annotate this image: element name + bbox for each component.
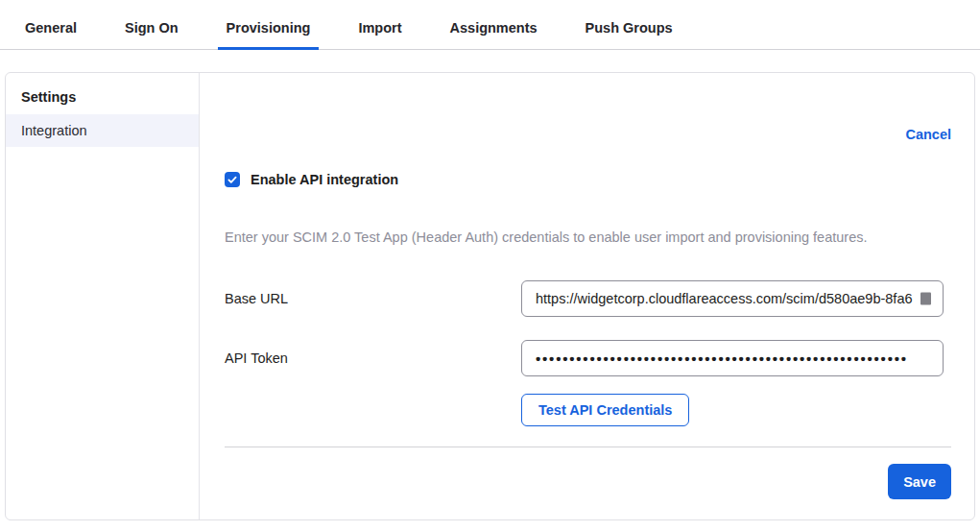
save-button[interactable]: Save xyxy=(888,464,951,499)
app-tab-bar: General Sign On Provisioning Import Assi… xyxy=(0,0,980,50)
cancel-link[interactable]: Cancel xyxy=(905,127,951,142)
tab-provisioning[interactable]: Provisioning xyxy=(218,20,320,49)
tab-general[interactable]: General xyxy=(16,20,85,49)
base-url-input-wrap xyxy=(521,280,944,317)
enable-api-row: Enable API integration xyxy=(225,172,951,187)
tab-push-groups[interactable]: Push Groups xyxy=(577,20,681,49)
footer-divider xyxy=(225,447,951,447)
test-credentials-row: Test API Credentials xyxy=(225,394,951,426)
base-url-label: Base URL xyxy=(225,291,521,306)
api-token-row: API Token xyxy=(225,340,951,376)
sidebar-item-integration[interactable]: Integration xyxy=(6,114,199,147)
api-token-label: API Token xyxy=(225,350,521,366)
tab-import[interactable]: Import xyxy=(349,20,410,49)
enable-api-label: Enable API integration xyxy=(251,172,398,187)
enable-api-checkbox[interactable] xyxy=(225,172,240,187)
text-cursor-artifact xyxy=(920,293,931,305)
api-token-input-wrap xyxy=(521,340,944,376)
test-api-credentials-button[interactable]: Test API Credentials xyxy=(521,394,689,426)
provisioning-panel: Settings Integration Cancel Enable API i… xyxy=(5,72,975,520)
settings-sidebar: Settings Integration xyxy=(6,73,200,519)
sidebar-heading: Settings xyxy=(6,79,199,114)
api-token-input[interactable] xyxy=(521,340,944,376)
save-row: Save xyxy=(225,464,951,499)
base-url-row: Base URL xyxy=(225,280,951,317)
tab-sign-on[interactable]: Sign On xyxy=(116,20,187,49)
check-icon xyxy=(227,174,238,185)
tab-assignments[interactable]: Assignments xyxy=(442,20,546,49)
cancel-row: Cancel xyxy=(225,127,951,142)
credentials-description: Enter your SCIM 2.0 Test App (Header Aut… xyxy=(225,229,951,245)
base-url-input[interactable] xyxy=(521,280,944,317)
integration-form: Cancel Enable API integration Enter your… xyxy=(200,73,974,519)
